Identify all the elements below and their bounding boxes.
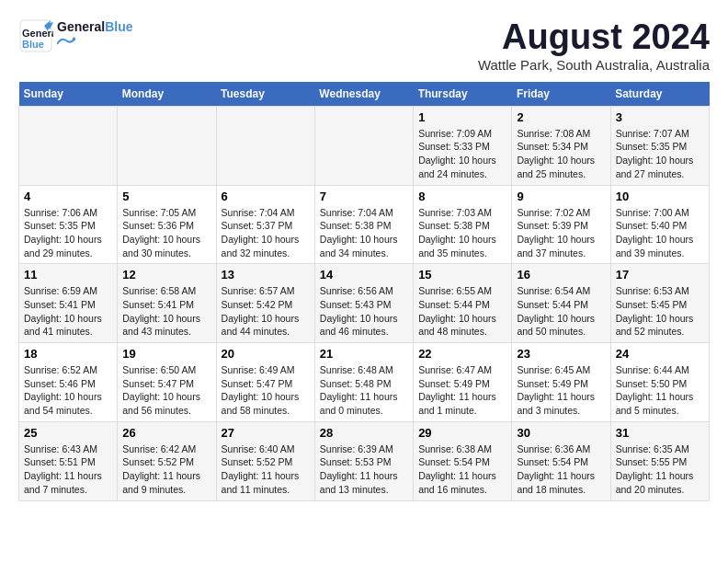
day-number: 29 <box>418 426 506 440</box>
cell-info: Sunrise: 6:55 AMSunset: 5:44 PMDaylight:… <box>418 284 506 339</box>
table-cell: 16Sunrise: 6:54 AMSunset: 5:44 PMDayligh… <box>512 264 610 343</box>
logo-icon: General Blue <box>18 18 53 53</box>
day-number: 2 <box>517 110 605 124</box>
cell-info: Sunrise: 6:43 AMSunset: 5:51 PMDaylight:… <box>24 442 112 497</box>
day-number: 14 <box>320 268 408 282</box>
header-row: Sunday Monday Tuesday Wednesday Thursday… <box>19 82 710 107</box>
day-number: 13 <box>222 268 310 282</box>
table-cell: 25Sunrise: 6:43 AMSunset: 5:51 PMDayligh… <box>19 421 118 500</box>
table-cell: 4Sunrise: 7:06 AMSunset: 5:35 PMDaylight… <box>19 185 118 264</box>
day-number: 24 <box>616 347 704 361</box>
table-cell: 22Sunrise: 6:47 AMSunset: 5:49 PMDayligh… <box>414 343 512 422</box>
table-cell: 13Sunrise: 6:57 AMSunset: 5:42 PMDayligh… <box>216 264 314 343</box>
table-cell: 21Sunrise: 6:48 AMSunset: 5:48 PMDayligh… <box>314 343 413 422</box>
col-saturday: Saturday <box>610 82 709 107</box>
table-cell: 31Sunrise: 6:35 AMSunset: 5:55 PMDayligh… <box>610 421 709 500</box>
day-number: 25 <box>24 426 112 440</box>
svg-text:General: General <box>22 28 53 39</box>
cell-info: Sunrise: 7:03 AMSunset: 5:38 PMDaylight:… <box>418 206 506 260</box>
day-number: 17 <box>616 268 704 282</box>
calendar-row: 18Sunrise: 6:52 AMSunset: 5:46 PMDayligh… <box>19 343 710 422</box>
cell-info: Sunrise: 6:48 AMSunset: 5:48 PMDaylight:… <box>320 363 408 418</box>
cell-info: Sunrise: 6:57 AMSunset: 5:42 PMDaylight:… <box>222 284 310 339</box>
day-number: 31 <box>616 426 704 440</box>
day-number: 7 <box>320 190 408 203</box>
day-number: 26 <box>122 426 210 440</box>
cell-info: Sunrise: 6:40 AMSunset: 5:52 PMDaylight:… <box>222 442 310 497</box>
day-number: 12 <box>122 268 210 282</box>
cell-info: Sunrise: 6:35 AMSunset: 5:55 PMDaylight:… <box>616 442 704 497</box>
day-number: 18 <box>24 347 112 361</box>
table-cell: 15Sunrise: 6:55 AMSunset: 5:44 PMDayligh… <box>414 264 512 343</box>
month-title: August 2024 <box>478 18 710 57</box>
day-number: 28 <box>320 426 408 440</box>
cell-info: Sunrise: 7:09 AMSunset: 5:33 PMDaylight:… <box>418 127 506 181</box>
col-monday: Monday <box>118 82 216 107</box>
location-title: Wattle Park, South Australia, Australia <box>478 57 710 73</box>
table-cell: 19Sunrise: 6:50 AMSunset: 5:47 PMDayligh… <box>118 343 216 422</box>
table-cell: 8Sunrise: 7:03 AMSunset: 5:38 PMDaylight… <box>414 185 512 264</box>
table-cell: 11Sunrise: 6:59 AMSunset: 5:41 PMDayligh… <box>19 264 118 343</box>
col-wednesday: Wednesday <box>314 82 413 107</box>
cell-info: Sunrise: 6:59 AMSunset: 5:41 PMDaylight:… <box>24 284 112 339</box>
table-cell: 27Sunrise: 6:40 AMSunset: 5:52 PMDayligh… <box>216 421 314 500</box>
table-cell: 2Sunrise: 7:08 AMSunset: 5:34 PMDaylight… <box>512 106 610 185</box>
table-cell: 10Sunrise: 7:00 AMSunset: 5:40 PMDayligh… <box>610 185 709 264</box>
cell-info: Sunrise: 6:50 AMSunset: 5:47 PMDaylight:… <box>122 363 210 418</box>
table-cell <box>216 106 314 185</box>
cell-info: Sunrise: 7:00 AMSunset: 5:40 PMDaylight:… <box>616 206 704 260</box>
day-number: 19 <box>122 347 210 361</box>
cell-info: Sunrise: 7:04 AMSunset: 5:37 PMDaylight:… <box>222 206 310 260</box>
cell-info: Sunrise: 7:04 AMSunset: 5:38 PMDaylight:… <box>320 206 408 260</box>
day-number: 23 <box>517 347 605 361</box>
table-cell: 5Sunrise: 7:05 AMSunset: 5:36 PMDaylight… <box>118 185 216 264</box>
cell-info: Sunrise: 6:54 AMSunset: 5:44 PMDaylight:… <box>517 284 605 339</box>
cell-info: Sunrise: 7:08 AMSunset: 5:34 PMDaylight:… <box>517 127 605 181</box>
cell-info: Sunrise: 7:07 AMSunset: 5:35 PMDaylight:… <box>616 127 704 181</box>
calendar-row: 25Sunrise: 6:43 AMSunset: 5:51 PMDayligh… <box>19 421 710 500</box>
logo-blue: Blue <box>105 19 132 34</box>
table-cell: 6Sunrise: 7:04 AMSunset: 5:37 PMDaylight… <box>216 185 314 264</box>
svg-text:Blue: Blue <box>22 39 44 50</box>
col-friday: Friday <box>512 82 610 107</box>
calendar-row: 11Sunrise: 6:59 AMSunset: 5:41 PMDayligh… <box>19 264 710 343</box>
table-cell: 3Sunrise: 7:07 AMSunset: 5:35 PMDaylight… <box>610 106 709 185</box>
day-number: 30 <box>517 426 605 440</box>
table-cell: 18Sunrise: 6:52 AMSunset: 5:46 PMDayligh… <box>19 343 118 422</box>
cell-info: Sunrise: 6:53 AMSunset: 5:45 PMDaylight:… <box>616 284 704 339</box>
col-tuesday: Tuesday <box>216 82 314 107</box>
day-number: 11 <box>24 268 112 282</box>
table-cell: 28Sunrise: 6:39 AMSunset: 5:53 PMDayligh… <box>314 421 413 500</box>
table-cell: 29Sunrise: 6:38 AMSunset: 5:54 PMDayligh… <box>414 421 512 500</box>
day-number: 10 <box>616 190 704 203</box>
day-number: 3 <box>616 110 704 124</box>
table-cell <box>19 106 118 185</box>
table-cell: 17Sunrise: 6:53 AMSunset: 5:45 PMDayligh… <box>610 264 709 343</box>
day-number: 27 <box>222 426 310 440</box>
cell-info: Sunrise: 6:49 AMSunset: 5:47 PMDaylight:… <box>222 363 310 418</box>
logo-general: General <box>57 19 105 34</box>
table-cell <box>118 106 216 185</box>
cell-info: Sunrise: 6:52 AMSunset: 5:46 PMDaylight:… <box>24 363 112 418</box>
logo-bird-icon <box>57 37 75 48</box>
day-number: 20 <box>222 347 310 361</box>
cell-info: Sunrise: 6:42 AMSunset: 5:52 PMDaylight:… <box>122 442 210 497</box>
cell-info: Sunrise: 7:05 AMSunset: 5:36 PMDaylight:… <box>122 206 210 260</box>
title-block: August 2024 Wattle Park, South Australia… <box>478 18 710 73</box>
table-cell: 23Sunrise: 6:45 AMSunset: 5:49 PMDayligh… <box>512 343 610 422</box>
table-cell: 9Sunrise: 7:02 AMSunset: 5:39 PMDaylight… <box>512 185 610 264</box>
cell-info: Sunrise: 6:38 AMSunset: 5:54 PMDaylight:… <box>418 442 506 497</box>
cell-info: Sunrise: 7:02 AMSunset: 5:39 PMDaylight:… <box>517 206 605 260</box>
day-number: 1 <box>418 110 506 124</box>
table-cell <box>314 106 413 185</box>
calendar-row: 1Sunrise: 7:09 AMSunset: 5:33 PMDaylight… <box>19 106 710 185</box>
day-number: 5 <box>122 190 210 203</box>
table-cell: 14Sunrise: 6:56 AMSunset: 5:43 PMDayligh… <box>314 264 413 343</box>
day-number: 16 <box>517 268 605 282</box>
cell-info: Sunrise: 6:45 AMSunset: 5:49 PMDaylight:… <box>517 363 605 418</box>
logo: General Blue GeneralBlue <box>18 18 132 53</box>
cell-info: Sunrise: 6:39 AMSunset: 5:53 PMDaylight:… <box>320 442 408 497</box>
day-number: 22 <box>418 347 506 361</box>
calendar-row: 4Sunrise: 7:06 AMSunset: 5:35 PMDaylight… <box>19 185 710 264</box>
table-cell: 26Sunrise: 6:42 AMSunset: 5:52 PMDayligh… <box>118 421 216 500</box>
